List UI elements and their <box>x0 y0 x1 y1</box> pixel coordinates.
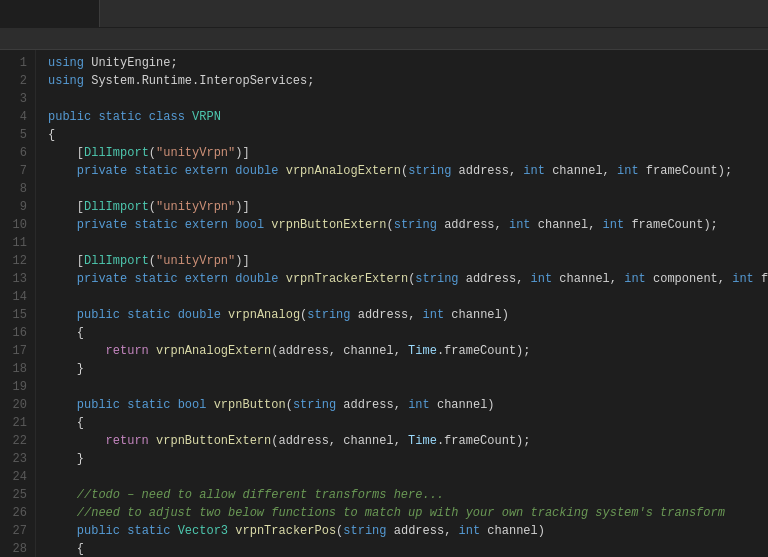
code-line: return vrpnButtonExtern(address, channel… <box>48 432 768 450</box>
line-number: 13 <box>0 270 27 288</box>
code-line: [DllImport("unityVrpn")] <box>48 252 768 270</box>
line-number: 26 <box>0 504 27 522</box>
code-line: using UnityEngine; <box>48 54 768 72</box>
title-bar <box>0 0 768 28</box>
code-line: } <box>48 360 768 378</box>
code-line: public static Vector3 vrpnTrackerPos(str… <box>48 522 768 540</box>
line-number: 18 <box>0 360 27 378</box>
code-line: //need to adjust two below functions to … <box>48 504 768 522</box>
code-line: private static extern double vrpnAnalogE… <box>48 162 768 180</box>
line-number: 1 <box>0 54 27 72</box>
code-line <box>48 288 768 306</box>
line-number: 25 <box>0 486 27 504</box>
code-area[interactable]: using UnityEngine;using System.Runtime.I… <box>36 50 768 557</box>
code-line: { <box>48 324 768 342</box>
line-number: 4 <box>0 108 27 126</box>
code-line: private static extern bool vrpnButtonExt… <box>48 216 768 234</box>
line-number: 21 <box>0 414 27 432</box>
code-line: using System.Runtime.InteropServices; <box>48 72 768 90</box>
code-line <box>48 378 768 396</box>
code-line: return vrpnAnalogExtern(address, channel… <box>48 342 768 360</box>
code-line <box>48 180 768 198</box>
code-line: public static double vrpnAnalog(string a… <box>48 306 768 324</box>
line-number: 23 <box>0 450 27 468</box>
file-tab[interactable] <box>0 0 100 27</box>
code-line: [DllImport("unityVrpn")] <box>48 144 768 162</box>
selection-bar <box>0 28 768 50</box>
line-number: 16 <box>0 324 27 342</box>
line-number: 17 <box>0 342 27 360</box>
code-line: //todo – need to allow different transfo… <box>48 486 768 504</box>
code-line: } <box>48 450 768 468</box>
code-line: { <box>48 540 768 557</box>
code-line: [DllImport("unityVrpn")] <box>48 198 768 216</box>
code-line: private static extern double vrpnTracker… <box>48 270 768 288</box>
line-number: 14 <box>0 288 27 306</box>
code-line: public static class VRPN <box>48 108 768 126</box>
code-line <box>48 90 768 108</box>
code-line: { <box>48 126 768 144</box>
line-number: 20 <box>0 396 27 414</box>
code-line <box>48 234 768 252</box>
line-number: 27 <box>0 522 27 540</box>
line-number: 15 <box>0 306 27 324</box>
code-line: { <box>48 414 768 432</box>
line-number: 2 <box>0 72 27 90</box>
code-line <box>48 468 768 486</box>
line-number: 22 <box>0 432 27 450</box>
line-number: 28 <box>0 540 27 557</box>
code-line: public static bool vrpnButton(string add… <box>48 396 768 414</box>
line-number: 10 <box>0 216 27 234</box>
line-number: 12 <box>0 252 27 270</box>
tab-close-icon[interactable] <box>20 7 34 21</box>
editor: 1234567891011121314151617181920212223242… <box>0 50 768 557</box>
line-number: 7 <box>0 162 27 180</box>
line-number: 11 <box>0 234 27 252</box>
line-numbers: 1234567891011121314151617181920212223242… <box>0 50 36 557</box>
line-number: 19 <box>0 378 27 396</box>
line-number: 3 <box>0 90 27 108</box>
line-number: 9 <box>0 198 27 216</box>
line-number: 24 <box>0 468 27 486</box>
line-number: 6 <box>0 144 27 162</box>
line-number: 8 <box>0 180 27 198</box>
line-number: 5 <box>0 126 27 144</box>
